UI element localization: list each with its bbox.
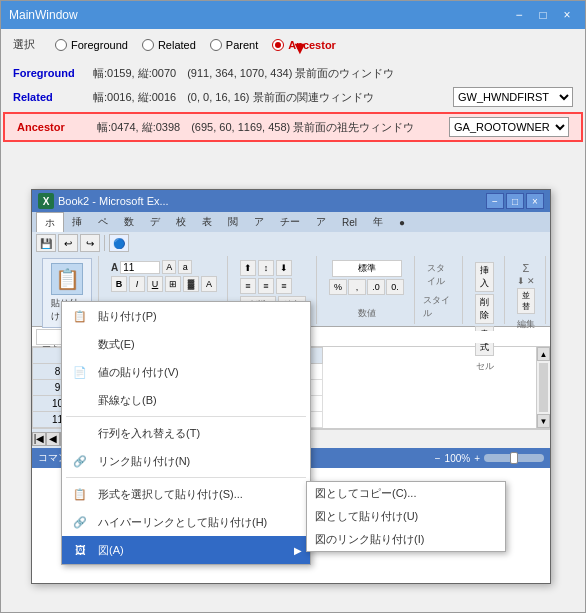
font-color-button[interactable]: A — [201, 276, 217, 292]
ribbon-group-styles: スタイル スタイル — [417, 256, 463, 324]
menu-value-paste-label: 値の貼り付け(V) — [98, 365, 179, 380]
menu-special[interactable]: 📋 形式を選択して貼り付け(S)... — [62, 480, 310, 508]
radio-label-parent: Parent — [226, 39, 258, 51]
tab-home[interactable]: ホ — [36, 212, 64, 232]
menu-paste-label: 貼り付け(P) — [98, 309, 157, 324]
save-button[interactable]: 💾 — [36, 234, 56, 252]
submenu-arrow-icon: ▶ — [294, 545, 302, 556]
number-label: 数値 — [358, 307, 376, 322]
percent-btn[interactable]: % — [329, 279, 347, 295]
office-btn[interactable]: 🔵 — [109, 234, 129, 252]
tab-check[interactable]: 校 — [168, 212, 194, 232]
ancestor-label: Ancestor — [17, 121, 97, 133]
minimize-button[interactable]: − — [509, 5, 529, 25]
radio-foreground[interactable]: Foreground — [55, 39, 128, 51]
hyperlink-icon: 🔗 — [70, 512, 90, 532]
menu-image-label: 図(A) — [98, 543, 124, 558]
excel-close-button[interactable]: × — [526, 193, 544, 209]
align-right-btn[interactable]: ≡ — [276, 278, 292, 294]
info-grid: Foreground 幅:0159, 縦:0070 (911, 364, 107… — [1, 60, 585, 146]
number-format-box[interactable]: 標準 — [332, 260, 402, 277]
comma-btn[interactable]: , — [348, 279, 366, 295]
image-menu-icon: 🖼 — [70, 540, 90, 560]
styles-label: スタイル — [423, 294, 456, 322]
scroll-down-btn[interactable]: ▼ — [537, 414, 550, 428]
fill-color-button[interactable]: ▓ — [183, 276, 199, 292]
increase-decimal-btn[interactable]: .0 — [367, 279, 385, 295]
sub-menu-copy-image[interactable]: 図としてコピー(C)... — [307, 482, 505, 505]
tab-insert[interactable]: 挿 — [64, 212, 90, 232]
tab-chart[interactable]: チー — [272, 212, 308, 232]
tab-page[interactable]: ペ — [90, 212, 116, 232]
delete-cell-btn[interactable]: 削除 — [475, 294, 494, 324]
scroll-up-btn[interactable]: ▲ — [537, 347, 550, 361]
styles-placeholder: スタイル — [423, 258, 456, 292]
bold-button[interactable]: B — [111, 276, 127, 292]
align-top-btn[interactable]: ⬆ — [240, 260, 256, 276]
tab-year[interactable]: 年 — [365, 212, 391, 232]
transpose-icon — [70, 423, 90, 443]
redo-button[interactable]: ↪ — [80, 234, 100, 252]
tab-review[interactable]: 閲 — [220, 212, 246, 232]
italic-button[interactable]: I — [129, 276, 145, 292]
ancestor-info: 幅:0474, 縦:0398 (695, 60, 1169, 458) 景前面の… — [97, 120, 449, 135]
radio-circle-ancestor — [272, 39, 284, 51]
foreground-row: Foreground 幅:0159, 縦:0070 (911, 364, 107… — [1, 62, 585, 84]
undo-button[interactable]: ↩ — [58, 234, 78, 252]
align-bottom-btn[interactable]: ⬇ — [276, 260, 292, 276]
tab-formula[interactable]: 数 — [116, 212, 142, 232]
sort-filter-btn[interactable]: 並替 — [517, 288, 535, 314]
tab-rel[interactable]: Rel — [334, 212, 365, 232]
maximize-button[interactable]: □ — [533, 5, 553, 25]
menu-image[interactable]: 🖼 図(A) ▶ — [62, 536, 310, 564]
menu-border[interactable]: 罫線なし(B) — [62, 386, 310, 414]
excel-maximize-button[interactable]: □ — [506, 193, 524, 209]
menu-transpose[interactable]: 行列を入れ替える(T) — [62, 419, 310, 447]
menu-special-label: 形式を選択して貼り付け(S)... — [98, 487, 243, 502]
menu-link-paste[interactable]: 🔗 リンク貼り付け(N) — [62, 447, 310, 475]
font-decrease-btn[interactable]: a — [178, 260, 192, 274]
foreground-label: Foreground — [13, 67, 93, 79]
clear-icon: ✕ — [527, 276, 535, 286]
font-size-box[interactable]: 11 — [120, 261, 160, 274]
tab-app[interactable]: ア — [308, 212, 334, 232]
zoom-slider[interactable] — [484, 454, 544, 462]
decrease-decimal-btn[interactable]: 0. — [386, 279, 404, 295]
sub-menu-paste-link-image[interactable]: 図のリンク貼り付け(I) — [307, 528, 505, 551]
menu-separator-1 — [66, 416, 306, 417]
ancestor-dropdown[interactable]: GA_ROOTOWNER — [449, 117, 569, 137]
paste-link-image-label: 図のリンク貼り付け(I) — [315, 532, 424, 547]
sub-menu-paste-image[interactable]: 図として貼り付け(U) — [307, 505, 505, 528]
zoom-out-btn[interactable]: − — [435, 453, 441, 464]
border-button[interactable]: ⊞ — [165, 276, 181, 292]
radio-related[interactable]: Related — [142, 39, 196, 51]
align-left-btn[interactable]: ≡ — [240, 278, 256, 294]
tab-bullet[interactable]: ● — [391, 212, 413, 232]
underline-button[interactable]: U — [147, 276, 163, 292]
related-dropdown[interactable]: GW_HWNDFIRST — [453, 87, 573, 107]
vertical-scrollbar[interactable]: ▲ ▼ — [536, 347, 550, 428]
menu-value-paste[interactable]: 📄 値の貼り付け(V) — [62, 358, 310, 386]
ribbon-group-number: 標準 % , .0 0. 数値 — [319, 256, 415, 324]
menu-hyperlink[interactable]: 🔗 ハイパーリンクとして貼り付け(H) — [62, 508, 310, 536]
sheet-nav-prev[interactable]: ◀ — [46, 432, 60, 446]
title-bar-controls: − □ × — [509, 5, 577, 25]
tab-view[interactable]: 表 — [194, 212, 220, 232]
main-window: MainWindow − □ × 選択 Foreground Related P… — [0, 0, 586, 613]
copy-image-label: 図としてコピー(C)... — [315, 486, 416, 501]
align-center-btn[interactable]: ≡ — [258, 278, 274, 294]
insert-cell-btn[interactable]: 挿入 — [475, 262, 494, 292]
menu-paste[interactable]: 📋 貼り付け(P) — [62, 302, 310, 330]
tab-ad[interactable]: ア — [246, 212, 272, 232]
excel-minimize-button[interactable]: − — [486, 193, 504, 209]
tab-data[interactable]: デ — [142, 212, 168, 232]
menu-format[interactable]: 数式(E) — [62, 330, 310, 358]
radio-parent[interactable]: Parent — [210, 39, 258, 51]
menu-format-label: 数式(E) — [98, 337, 135, 352]
sheet-nav-first[interactable]: |◀ — [32, 432, 46, 446]
align-middle-btn[interactable]: ↕ — [258, 260, 274, 276]
font-increase-btn[interactable]: A — [162, 260, 176, 274]
title-bar: MainWindow − □ × — [1, 1, 585, 29]
close-button[interactable]: × — [557, 5, 577, 25]
zoom-in-btn[interactable]: + — [474, 453, 480, 464]
